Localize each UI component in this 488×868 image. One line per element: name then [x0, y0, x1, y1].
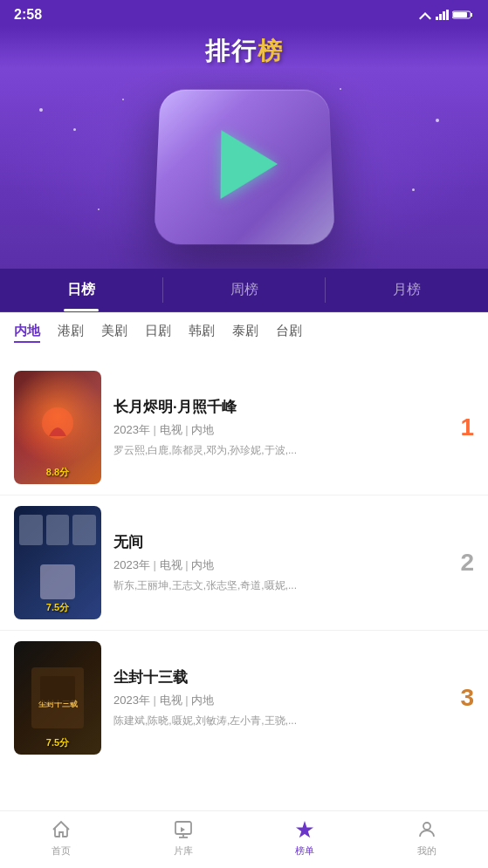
rank-3: 3	[448, 684, 474, 712]
score-1: 8.8分	[14, 466, 101, 479]
status-time: 2:58	[14, 7, 42, 23]
content-info-1: 长月烬明·月照千峰 2023年 | 电视 | 内地 罗云熙,白鹿,陈都灵,邓为,…	[113, 397, 436, 458]
svg-rect-1	[439, 14, 442, 20]
rank-1: 1	[448, 413, 474, 441]
nav-ranking[interactable]: 榜单	[244, 818, 367, 858]
content-title-2: 无间	[113, 532, 436, 552]
svg-rect-0	[436, 17, 438, 20]
status-bar: 2:58	[0, 0, 488, 26]
content-cast-1: 罗云熙,白鹿,陈都灵,邓为,孙珍妮,于波,...	[113, 443, 436, 458]
list-item[interactable]: 8.8分 长月烬明·月照千峰 2023年 | 电视 | 内地 罗云熙,白鹿,陈都…	[0, 360, 488, 496]
nav-library-label: 片库	[174, 844, 193, 858]
genre-bar: 内地 港剧 美剧 日剧 韩剧 泰剧 台剧	[0, 312, 488, 353]
tab-weekly[interactable]: 周榜	[163, 269, 326, 311]
profile-icon	[416, 818, 438, 841]
genre-jp[interactable]: 日剧	[145, 323, 171, 343]
header: 排行榜	[0, 26, 488, 68]
tab-daily[interactable]: 日榜	[0, 269, 162, 311]
svg-rect-11	[175, 822, 191, 834]
list-item[interactable]: 7.5分 无间 2023年 | 电视 | 内地 靳东,王丽坤,王志文,张志坚,奇…	[0, 496, 488, 631]
content-info-2: 无间 2023年 | 电视 | 内地 靳东,王丽坤,王志文,张志坚,奇道,嗫妮,…	[113, 532, 436, 593]
nav-ranking-label: 榜单	[295, 844, 314, 858]
nav-home[interactable]: 首页	[0, 818, 122, 858]
content-cast-2: 靳东,王丽坤,王志文,张志坚,奇道,嗫妮,...	[113, 578, 436, 593]
thumbnail-wrap-3: 尘封十三载 7.5分	[14, 641, 101, 755]
tabs-bar: 日榜 周榜 月榜	[0, 269, 488, 312]
ranking-icon	[293, 818, 316, 841]
tab-monthly[interactable]: 月榜	[326, 269, 488, 311]
svg-rect-3	[446, 10, 449, 20]
nav-profile[interactable]: 我的	[366, 818, 488, 858]
content-list: 8.8分 长月烬明·月照千峰 2023年 | 电视 | 内地 罗云熙,白鹿,陈都…	[0, 353, 488, 772]
content-title-3: 尘封十三载	[113, 667, 436, 687]
bottom-nav: 首页 片库 榜单 我的	[0, 810, 488, 868]
score-3: 7.5分	[14, 736, 101, 749]
nav-profile-label: 我的	[417, 844, 436, 858]
home-icon	[50, 818, 72, 841]
rank-2: 2	[448, 549, 474, 577]
content-info-3: 尘封十三载 2023年 | 电视 | 内地 陈建斌,陈晓,嗫妮,刘敏涛,左小青,…	[113, 667, 436, 728]
score-2: 7.5分	[14, 601, 101, 614]
svg-rect-5	[471, 13, 472, 17]
genre-thai[interactable]: 泰剧	[232, 323, 258, 343]
svg-rect-10	[40, 676, 75, 702]
svg-point-12	[423, 823, 430, 830]
genre-hk[interactable]: 港剧	[58, 323, 84, 343]
svg-rect-2	[443, 11, 445, 20]
status-icons	[418, 10, 474, 20]
hero-play-box[interactable]	[153, 90, 334, 245]
svg-rect-6	[453, 12, 467, 17]
genre-tw[interactable]: 台剧	[276, 323, 302, 343]
play-icon	[220, 130, 278, 199]
content-cast-3: 陈建斌,陈晓,嗫妮,刘敏涛,左小青,王骁,...	[113, 714, 436, 728]
library-icon	[172, 818, 195, 841]
content-meta-2: 2023年 | 电视 | 内地	[113, 557, 436, 573]
page-title: 排行榜	[0, 35, 488, 68]
genre-mainland[interactable]: 内地	[14, 323, 40, 343]
hero-area	[0, 68, 488, 269]
genre-kr[interactable]: 韩剧	[189, 323, 215, 343]
content-meta-1: 2023年 | 电视 | 内地	[113, 422, 436, 438]
genre-us[interactable]: 美剧	[101, 323, 127, 343]
thumbnail-wrap-2: 7.5分	[14, 506, 101, 619]
nav-library[interactable]: 片库	[122, 818, 244, 858]
content-meta-3: 2023年 | 电视 | 内地	[113, 693, 436, 708]
content-title-1: 长月烬明·月照千峰	[113, 397, 436, 417]
nav-home-label: 首页	[52, 844, 71, 858]
thumbnail-wrap-1: 8.8分	[14, 371, 101, 484]
list-item[interactable]: 尘封十三载 7.5分 尘封十三载 2023年 | 电视 | 内地 陈建斌,陈晓,…	[0, 631, 488, 765]
